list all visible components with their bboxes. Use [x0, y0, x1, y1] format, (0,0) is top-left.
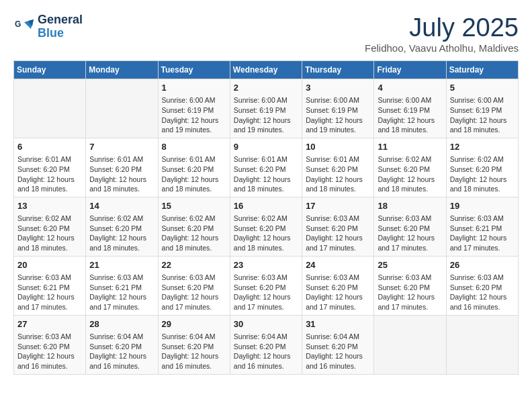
day-info: Daylight: 12 hours: [234, 116, 298, 126]
day-info: Daylight: 12 hours: [306, 233, 370, 243]
calendar-cell: 26Sunrise: 6:03 AMSunset: 6:20 PMDayligh…: [446, 256, 518, 315]
day-number: 29: [162, 318, 226, 330]
day-info: and 16 minutes.: [162, 361, 226, 371]
day-info: Sunrise: 6:03 AM: [450, 214, 515, 224]
calendar-cell: 25Sunrise: 6:03 AMSunset: 6:20 PMDayligh…: [374, 256, 446, 315]
day-info: Daylight: 12 hours: [378, 175, 442, 185]
day-info: and 17 minutes.: [450, 243, 515, 253]
day-info: Daylight: 12 hours: [89, 233, 154, 243]
day-info: Sunset: 6:20 PM: [306, 165, 370, 175]
day-number: 27: [17, 318, 82, 330]
day-info: Sunrise: 6:00 AM: [234, 95, 298, 105]
day-number: 20: [17, 259, 82, 271]
day-info: Daylight: 12 hours: [306, 175, 370, 185]
day-info: and 17 minutes.: [17, 302, 82, 312]
day-number: 25: [378, 259, 442, 271]
day-info: Sunrise: 6:01 AM: [234, 154, 298, 165]
day-info: and 17 minutes.: [306, 243, 370, 253]
logo-line1: General: [38, 13, 83, 27]
day-info: and 17 minutes.: [89, 302, 154, 312]
day-number: 4: [378, 82, 442, 94]
weekday-header: Tuesday: [158, 61, 230, 79]
day-info: Daylight: 12 hours: [234, 351, 298, 361]
day-number: 21: [89, 259, 154, 271]
day-info: and 18 minutes.: [450, 125, 515, 135]
day-info: Sunrise: 6:04 AM: [234, 332, 298, 342]
day-info: and 18 minutes.: [234, 184, 298, 194]
day-info: Sunset: 6:20 PM: [162, 224, 226, 234]
day-number: 19: [450, 200, 515, 212]
day-info: Sunset: 6:20 PM: [378, 224, 442, 234]
calendar-cell: 27Sunrise: 6:03 AMSunset: 6:20 PMDayligh…: [14, 315, 86, 374]
weekday-header: Saturday: [446, 61, 518, 79]
calendar-cell: 21Sunrise: 6:03 AMSunset: 6:21 PMDayligh…: [86, 256, 158, 315]
day-info: Sunset: 6:19 PM: [450, 105, 515, 116]
day-info: Daylight: 12 hours: [306, 351, 370, 361]
day-info: Sunrise: 6:03 AM: [234, 273, 298, 283]
calendar-cell: 28Sunrise: 6:04 AMSunset: 6:20 PMDayligh…: [86, 315, 158, 374]
day-info: Sunset: 6:20 PM: [162, 342, 226, 352]
day-info: Daylight: 12 hours: [162, 175, 226, 185]
day-number: 16: [234, 200, 298, 212]
calendar-cell: [446, 315, 518, 374]
day-number: 23: [234, 259, 298, 271]
day-info: Sunset: 6:20 PM: [378, 165, 442, 175]
calendar-cell: 16Sunrise: 6:02 AMSunset: 6:20 PMDayligh…: [230, 197, 302, 256]
day-info: Sunrise: 6:03 AM: [306, 273, 370, 283]
day-info: Daylight: 12 hours: [378, 292, 442, 302]
calendar-cell: 17Sunrise: 6:03 AMSunset: 6:20 PMDayligh…: [302, 197, 374, 256]
day-info: Daylight: 12 hours: [89, 175, 154, 185]
day-info: Sunset: 6:20 PM: [306, 342, 370, 352]
day-info: Sunrise: 6:03 AM: [450, 273, 515, 283]
weekday-header: Wednesday: [230, 61, 302, 79]
calendar-cell: 11Sunrise: 6:02 AMSunset: 6:20 PMDayligh…: [374, 138, 446, 197]
day-number: 2: [234, 82, 298, 94]
weekday-header: Friday: [374, 61, 446, 79]
subtitle: Felidhoo, Vaavu Atholhu, Maldives: [365, 42, 519, 54]
day-info: and 17 minutes.: [162, 302, 226, 312]
day-number: 6: [17, 141, 82, 153]
day-info: and 18 minutes.: [17, 184, 82, 194]
day-info: Sunrise: 6:03 AM: [378, 214, 442, 224]
day-info: Sunrise: 6:04 AM: [162, 332, 226, 342]
day-info: Daylight: 12 hours: [234, 175, 298, 185]
day-info: and 18 minutes.: [306, 184, 370, 194]
day-info: Sunset: 6:19 PM: [234, 105, 298, 116]
day-number: 31: [306, 318, 370, 330]
day-info: and 18 minutes.: [89, 243, 154, 253]
calendar-cell: 29Sunrise: 6:04 AMSunset: 6:20 PMDayligh…: [158, 315, 230, 374]
weekday-header: Thursday: [302, 61, 374, 79]
day-info: and 18 minutes.: [17, 243, 82, 253]
day-info: Sunrise: 6:03 AM: [306, 214, 370, 224]
day-info: Daylight: 12 hours: [17, 233, 82, 243]
day-info: Sunset: 6:20 PM: [378, 283, 442, 293]
day-info: Daylight: 12 hours: [162, 292, 226, 302]
day-info: Sunrise: 6:02 AM: [450, 154, 515, 165]
day-info: Sunrise: 6:01 AM: [89, 154, 154, 165]
calendar-cell: 14Sunrise: 6:02 AMSunset: 6:20 PMDayligh…: [86, 197, 158, 256]
day-info: Daylight: 12 hours: [306, 116, 370, 126]
calendar-cell: 18Sunrise: 6:03 AMSunset: 6:20 PMDayligh…: [374, 197, 446, 256]
day-info: Daylight: 12 hours: [450, 233, 515, 243]
calendar-cell: 22Sunrise: 6:03 AMSunset: 6:20 PMDayligh…: [158, 256, 230, 315]
day-info: Sunset: 6:20 PM: [162, 165, 226, 175]
day-info: Sunrise: 6:02 AM: [89, 214, 154, 224]
day-info: and 19 minutes.: [162, 125, 226, 135]
day-info: Sunset: 6:19 PM: [306, 105, 370, 116]
day-info: Sunset: 6:20 PM: [162, 283, 226, 293]
day-info: and 16 minutes.: [450, 302, 515, 312]
day-info: and 17 minutes.: [378, 302, 442, 312]
day-info: and 18 minutes.: [378, 184, 442, 194]
calendar-cell: 24Sunrise: 6:03 AMSunset: 6:20 PMDayligh…: [302, 256, 374, 315]
day-info: Sunset: 6:19 PM: [162, 105, 226, 116]
svg-text:G: G: [15, 19, 21, 29]
calendar-cell: 15Sunrise: 6:02 AMSunset: 6:20 PMDayligh…: [158, 197, 230, 256]
day-info: Sunset: 6:21 PM: [17, 283, 82, 293]
calendar-cell: 3Sunrise: 6:00 AMSunset: 6:19 PMDaylight…: [302, 79, 374, 138]
day-info: Sunrise: 6:00 AM: [450, 95, 515, 105]
day-info: Daylight: 12 hours: [378, 233, 442, 243]
day-info: Sunset: 6:20 PM: [89, 224, 154, 234]
day-info: Sunset: 6:21 PM: [450, 224, 515, 234]
day-info: Daylight: 12 hours: [450, 292, 515, 302]
day-info: Sunrise: 6:03 AM: [378, 273, 442, 283]
